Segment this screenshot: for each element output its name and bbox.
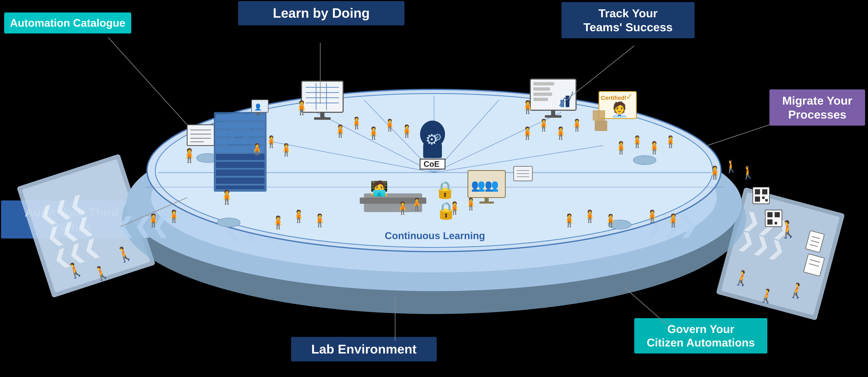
svg-text:🧍: 🧍 [582, 209, 597, 223]
svg-rect-65 [533, 82, 554, 86]
svg-text:🧍: 🧍 [645, 209, 660, 223]
svg-rect-63 [314, 117, 331, 120]
svg-point-40 [217, 218, 240, 227]
svg-text:🧍: 🧍 [570, 118, 584, 132]
svg-text:✓: ✓ [626, 92, 633, 101]
svg-rect-96 [257, 112, 259, 116]
svg-text:🚶: 🚶 [724, 159, 739, 174]
svg-text:🧍: 🧍 [665, 213, 681, 228]
svg-text:🧍: 🧍 [395, 201, 410, 215]
svg-text:🧍: 🧍 [366, 126, 381, 140]
svg-rect-85 [216, 122, 265, 128]
svg-text:🧍: 🧍 [520, 126, 535, 140]
svg-text:🧍: 🧍 [383, 118, 397, 132]
svg-text:👥: 👥 [485, 179, 499, 192]
svg-rect-159 [755, 189, 760, 194]
svg-rect-118 [485, 197, 489, 202]
svg-rect-86 [216, 130, 265, 136]
svg-rect-165 [767, 212, 773, 217]
svg-text:🧍: 🧍 [707, 165, 723, 180]
svg-text:⚙: ⚙ [434, 132, 442, 143]
svg-rect-69 [560, 100, 564, 107]
svg-text:🧑‍💼: 🧑‍💼 [610, 101, 629, 118]
svg-text:🧍: 🧍 [520, 100, 535, 114]
svg-text:🧍: 🧍 [270, 215, 286, 230]
svg-rect-92 [216, 178, 265, 184]
svg-text:🧍: 🧍 [181, 148, 198, 164]
svg-text:🧍: 🧍 [561, 213, 577, 228]
svg-text:🚶: 🚶 [778, 219, 799, 239]
svg-rect-102 [593, 110, 605, 121]
svg-text:🚶: 🚶 [740, 165, 756, 180]
svg-rect-72 [545, 115, 561, 118]
svg-rect-70 [566, 96, 569, 107]
svg-rect-91 [216, 170, 265, 176]
svg-rect-161 [755, 196, 760, 202]
svg-rect-71 [551, 110, 555, 116]
svg-text:👤: 👤 [254, 103, 262, 111]
svg-rect-74 [187, 125, 214, 146]
svg-text:🧍: 🧍 [349, 116, 364, 130]
svg-rect-160 [762, 189, 767, 194]
svg-text:🧍: 🧍 [264, 135, 278, 149]
svg-text:Continuous Learning: Continuous Learning [385, 230, 485, 241]
svg-rect-168 [775, 222, 777, 224]
svg-text:🧍: 🧍 [218, 189, 236, 205]
svg-rect-67 [533, 93, 552, 96]
svg-rect-68 [533, 98, 548, 101]
svg-text:🧍: 🧍 [399, 124, 414, 138]
svg-rect-103 [595, 121, 607, 131]
svg-text:CoE: CoE [424, 160, 439, 168]
svg-text:Certified!: Certified! [601, 95, 626, 101]
svg-rect-90 [216, 162, 265, 168]
svg-rect-66 [533, 87, 550, 91]
svg-rect-62 [320, 112, 324, 118]
svg-text:🧍: 🧍 [333, 124, 348, 138]
svg-text:🧍: 🧍 [603, 213, 618, 228]
svg-text:🧍: 🧍 [293, 100, 310, 116]
svg-text:🔒: 🔒 [435, 180, 456, 200]
svg-text:🧑‍💻: 🧑‍💻 [370, 180, 389, 197]
svg-text:🧍: 🧍 [146, 213, 161, 228]
svg-text:🧍: 🧍 [614, 140, 629, 155]
svg-rect-163 [765, 199, 768, 201]
svg-text:🧍: 🧍 [663, 135, 678, 149]
svg-text:🧍: 🧍 [647, 140, 662, 155]
svg-rect-166 [775, 212, 780, 217]
svg-point-43 [633, 156, 656, 165]
svg-text:🧍: 🧍 [464, 197, 478, 211]
svg-rect-167 [767, 219, 773, 225]
svg-text:🧍: 🧍 [630, 135, 645, 149]
svg-rect-93 [216, 186, 265, 189]
svg-text:🧍: 🧍 [291, 209, 306, 223]
svg-text:🧍: 🧍 [410, 197, 424, 211]
svg-text:🧍: 🧍 [312, 213, 328, 228]
svg-rect-162 [762, 196, 765, 199]
svg-rect-119 [479, 201, 494, 203]
svg-text:🧍: 🧍 [553, 126, 568, 140]
svg-text:👥: 👥 [471, 179, 485, 192]
svg-text:🧍: 🧍 [279, 143, 294, 157]
svg-text:🧍: 🧍 [250, 143, 265, 157]
svg-text:🧍: 🧍 [536, 118, 551, 132]
svg-text:🧍: 🧍 [447, 201, 462, 215]
svg-text:🧍: 🧍 [166, 209, 182, 223]
